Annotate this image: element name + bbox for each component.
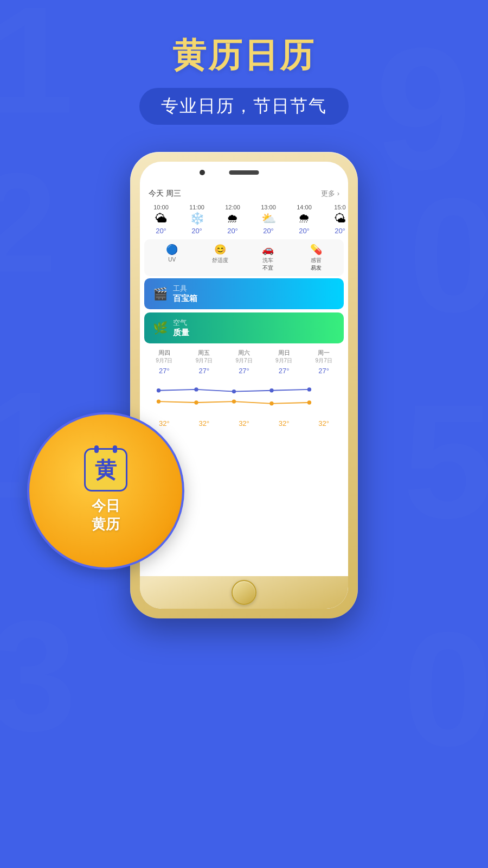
hour-time: 11:00 — [189, 204, 204, 210]
week-date: 9月7日 — [156, 357, 172, 365]
week-thu: 周四 9月7日 27° — [145, 349, 183, 375]
week-row: 周四 9月7日 27° 周五 9月7日 27° 周六 9月7日 27° — [144, 347, 344, 377]
svg-point-8 — [269, 401, 273, 405]
subtitle-wrap: 专业日历，节日节气 — [139, 88, 349, 125]
weather-icon: 🌧 — [227, 213, 239, 225]
almanac-circle[interactable]: 黄 今日 黄历 — [27, 412, 184, 570]
svg-point-6 — [194, 400, 198, 404]
uv-label: UV — [168, 257, 176, 263]
low-temp: 32° — [318, 419, 329, 427]
svg-point-4 — [307, 387, 311, 391]
hour-item: 11:00 ❄️ 20° — [179, 202, 215, 237]
home-button[interactable] — [232, 580, 256, 605]
week-sun: 周日 9月7日 27° — [265, 349, 303, 375]
hour-temp: 20° — [191, 227, 202, 235]
camera-dot — [200, 170, 205, 175]
phone-frame: 今天 周三 更多 › 10:00 🌥 20° 11:00 ❄️ 20° — [130, 152, 358, 618]
calendar-icon-box: 黄 — [84, 448, 127, 492]
today-label: 今天 周三 — [149, 189, 181, 199]
week-high: 27° — [159, 367, 170, 375]
carwash-value: 不宜 — [262, 264, 273, 272]
air-main: 空气 — [173, 318, 189, 328]
tools-button[interactable]: 🎬 工具 百宝箱 — [144, 278, 344, 309]
svg-point-0 — [157, 388, 160, 392]
hour-item: 13:00 ⛅ 20° — [251, 202, 286, 237]
weather-icon: ⛅ — [261, 213, 276, 225]
svg-point-2 — [232, 390, 236, 393]
life-index-row: 🔵 UV 😊 舒适度 🚗 洗车 不宜 💊 感冒 — [144, 239, 344, 276]
week-date: 9月7日 — [196, 357, 213, 365]
low-temp-row: 32° 32° 32° 32° 32° — [144, 416, 344, 430]
phone-mockup: 今天 周三 更多 › 10:00 🌥 20° 11:00 ❄️ 20° — [0, 152, 488, 618]
hour-temp: 20° — [299, 227, 310, 235]
week-day: 周六 — [238, 349, 250, 357]
week-mon: 周一 9月7日 27° — [305, 349, 343, 375]
hour-time: 12:00 — [225, 204, 240, 210]
hour-item: 15:0 🌤 20° — [322, 202, 348, 237]
week-day: 周日 — [278, 349, 290, 357]
weather-icon: ❄️ — [190, 213, 204, 225]
week-day: 周五 — [198, 349, 210, 357]
hour-time: 14:00 — [297, 204, 312, 210]
carwash-label: 洗车 — [262, 257, 273, 264]
weather-icon: 🌤 — [334, 213, 346, 225]
more-link[interactable]: 更多 › — [321, 189, 339, 199]
app-title: 黄历日历 — [0, 33, 488, 78]
hour-time: 13:00 — [261, 204, 276, 210]
hourly-weather: 10:00 🌥 20° 11:00 ❄️ 20° 12:00 🌧 20° — [140, 202, 348, 237]
uv-icon: 🔵 — [166, 244, 178, 256]
week-high: 27° — [199, 367, 210, 375]
hour-time: 10:00 — [153, 204, 169, 210]
low-temp-sun: 32° — [265, 418, 303, 427]
life-item-cold: 💊 感冒 易发 — [295, 244, 338, 272]
hour-temp: 20° — [335, 227, 345, 235]
tools-text: 工具 百宝箱 — [173, 284, 197, 304]
week-date: 9月7日 — [275, 357, 292, 365]
phone-bottom-bar — [140, 576, 348, 609]
low-temp-sat: 32° — [225, 418, 263, 427]
today-bar: 今天 周三 更多 › — [140, 183, 348, 202]
life-item-uv: 🔵 UV — [151, 244, 194, 272]
weekly-forecast: 周四 9月7日 27° 周五 9月7日 27° 周六 9月7日 27° — [140, 343, 348, 433]
weather-icon: 🌥 — [155, 213, 167, 225]
air-quality-button[interactable]: 🌿 空气 质量 — [144, 312, 344, 343]
air-icon: 🌿 — [153, 321, 168, 335]
hour-time: 15:0 — [334, 204, 345, 210]
feature-buttons: 🎬 工具 百宝箱 🌿 空气 质量 — [144, 278, 344, 343]
tools-main: 工具 — [173, 284, 197, 293]
comfort-icon: 😊 — [214, 244, 226, 256]
hour-item: 12:00 🌧 20° — [215, 202, 251, 237]
low-temp: 32° — [199, 419, 210, 427]
cold-value: 易发 — [311, 264, 322, 272]
tools-sub: 百宝箱 — [173, 293, 197, 304]
calendar-ring-left — [94, 445, 99, 453]
app-header: 黄历日历 专业日历，节日节气 — [0, 0, 488, 125]
cold-label: 感冒 — [311, 257, 322, 264]
low-temp: 32° — [279, 419, 290, 427]
speaker-slot — [229, 170, 259, 175]
low-temp-mon: 32° — [305, 418, 343, 427]
svg-point-9 — [307, 400, 311, 404]
hour-temp: 20° — [227, 227, 238, 235]
low-temp-fri: 32° — [185, 418, 223, 427]
low-temp: 32° — [239, 419, 249, 427]
temp-svg — [149, 379, 339, 412]
comfort-label: 舒适度 — [212, 257, 228, 264]
hour-temp: 20° — [156, 227, 166, 235]
week-date: 9月7日 — [235, 357, 252, 365]
week-date: 9月7日 — [316, 357, 332, 365]
carwash-icon: 🚗 — [262, 244, 274, 256]
svg-point-3 — [269, 388, 273, 392]
week-fri: 周五 9月7日 27° — [185, 349, 223, 375]
week-high: 27° — [318, 367, 329, 375]
week-high: 27° — [279, 367, 290, 375]
app-subtitle: 专业日历，节日节气 — [161, 96, 327, 116]
phone-screen: 今天 周三 更多 › 10:00 🌥 20° 11:00 ❄️ 20° — [140, 162, 348, 609]
calendar-ring-right — [113, 445, 117, 453]
calendar-char: 黄 — [95, 455, 117, 485]
week-sat: 周六 9月7日 27° — [225, 349, 263, 375]
hour-temp: 20° — [263, 227, 274, 235]
temperature-chart — [144, 377, 344, 416]
tools-icon: 🎬 — [153, 287, 168, 301]
svg-point-1 — [194, 387, 198, 391]
